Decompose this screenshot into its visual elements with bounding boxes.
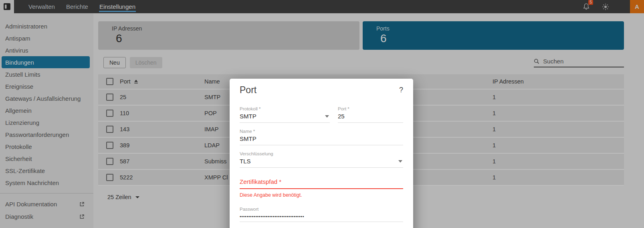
port-dialog: Port ? Protokoll * SMTP Port * 25 Name *… [230,79,413,228]
field-value: SMTP [240,135,403,142]
passwort-field[interactable]: Passwort •••••••••••••••••••••••••••••••… [240,207,403,222]
zertifikatspfad-field[interactable]: Zertifikatspfad * [240,178,403,189]
field-label: Verschlüsselung [240,151,403,156]
field-value: SMTP [240,113,330,120]
field-label: Name * [240,129,403,134]
name-field[interactable]: Name * SMTP [240,129,403,145]
field-value: TLS [240,158,403,165]
help-button[interactable]: ? [399,86,403,94]
dialog-row-protokoll-port: Protokoll * SMTP Port * 25 [240,106,403,123]
protokoll-select[interactable]: Protokoll * SMTP [240,106,330,123]
validation-error-message: Diese Angabe wird benötigt. [240,192,403,198]
field-value: 25 [338,113,403,120]
dropdown-arrow-icon [325,115,329,118]
field-label: Zertifikatspfad * [240,178,403,185]
dialog-titlebar: Port ? [240,79,403,96]
field-label: Passwort [240,207,403,212]
dropdown-arrow-icon [398,160,402,163]
field-label: Protokoll * [240,106,330,111]
verschluesselung-select[interactable]: Verschlüsselung TLS [240,151,403,168]
masked-password-value: ••••••••••••••••••••••••••••••••••••• [240,214,403,219]
dialog-title: Port [240,84,256,96]
field-label: Port * [338,106,403,111]
port-field[interactable]: Port * 25 [338,106,403,123]
